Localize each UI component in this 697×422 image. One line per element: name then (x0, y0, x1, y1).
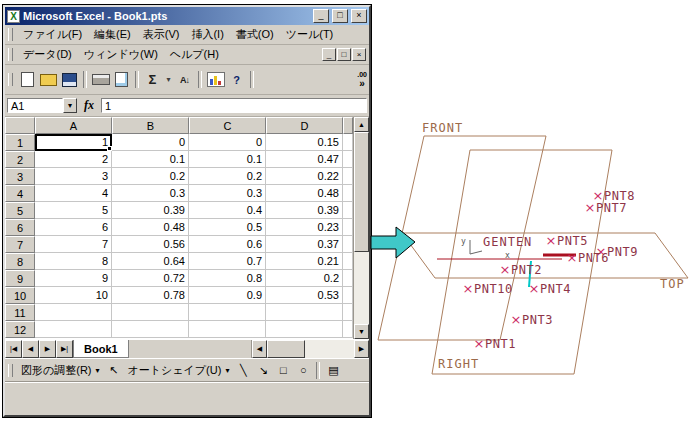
row-header-2[interactable]: 2 (5, 151, 35, 168)
row-header-6[interactable]: 6 (5, 219, 35, 236)
cell-A9[interactable]: 9 (35, 270, 112, 287)
cell-D1[interactable]: 0.15 (266, 134, 343, 151)
open-folder-icon[interactable] (38, 69, 59, 90)
formula-input[interactable]: 1 (101, 98, 367, 113)
horizontal-scroll-track[interactable] (305, 340, 354, 358)
cell-C1[interactable]: 0 (189, 134, 266, 151)
new-document-icon[interactable] (17, 69, 38, 90)
column-header-C[interactable]: C (189, 117, 266, 134)
autosum-icon[interactable]: Σ (142, 69, 163, 90)
workbook-close-button[interactable]: × (352, 48, 366, 61)
toolbar-grip[interactable] (8, 28, 13, 41)
save-icon[interactable] (59, 69, 80, 90)
cell-D10[interactable]: 0.53 (266, 287, 343, 304)
cell-A10[interactable]: 10 (35, 287, 112, 304)
sheet-tab-book1[interactable]: Book1 (73, 340, 129, 358)
row-header-10[interactable]: 10 (5, 287, 35, 304)
minimize-button[interactable]: _ (313, 9, 329, 23)
title-bar[interactable]: X Microsoft Excel - Book1.pts _ □ × (5, 7, 369, 25)
row-header-5[interactable]: 5 (5, 202, 35, 219)
cell-A4[interactable]: 4 (35, 185, 112, 202)
column-header-A[interactable]: A (35, 117, 112, 134)
close-button[interactable]: × (351, 9, 367, 23)
prev-sheet-button[interactable]: ◀ (22, 340, 39, 358)
sort-ascending-icon[interactable]: A↓ (174, 69, 195, 90)
cell-C8[interactable]: 0.7 (189, 253, 266, 270)
cell-A2[interactable]: 2 (35, 151, 112, 168)
toolbar-grip[interactable] (8, 73, 13, 86)
cell-C6[interactable]: 0.5 (189, 219, 266, 236)
menu-item[interactable]: ファイル(F) (17, 25, 88, 44)
vertical-scroll-track[interactable] (354, 252, 369, 324)
menu-item[interactable]: 書式(O) (230, 25, 280, 44)
cell-C3[interactable]: 0.2 (189, 168, 266, 185)
cell-A12[interactable] (35, 321, 112, 338)
print-icon[interactable] (90, 69, 111, 90)
row-header-9[interactable]: 9 (5, 270, 35, 287)
cell-D12[interactable] (266, 321, 343, 338)
vertical-scrollbar[interactable]: ▲ ▼ (353, 117, 369, 339)
select-pointer-icon[interactable]: ↖ (104, 361, 124, 379)
autoshapes-menu[interactable]: オートシェイプ(U) ▾ (124, 362, 234, 379)
menu-item[interactable]: 表示(V) (137, 25, 186, 44)
cell-B4[interactable]: 0.3 (112, 185, 189, 202)
cell-C4[interactable]: 0.3 (189, 185, 266, 202)
horizontal-scroll-thumb[interactable] (267, 340, 305, 358)
cell-B7[interactable]: 0.56 (112, 236, 189, 253)
line-icon[interactable]: ╲ (233, 361, 253, 379)
cell-D7[interactable]: 0.37 (266, 236, 343, 253)
cell-C9[interactable]: 0.8 (189, 270, 266, 287)
name-box[interactable]: A1 (7, 98, 63, 113)
scroll-down-icon[interactable]: ▼ (354, 324, 369, 339)
cell-A11[interactable] (35, 304, 112, 321)
help-icon[interactable]: ? (226, 69, 247, 90)
insert-function-icon[interactable]: fx (77, 98, 101, 113)
menu-item[interactable]: ウィンドウ(W) (78, 45, 164, 64)
workbook-restore-button[interactable]: □ (337, 48, 351, 61)
cell-D3[interactable]: 0.22 (266, 168, 343, 185)
toolbar-overflow[interactable]: .00 » (357, 70, 367, 89)
cell-C12[interactable] (189, 321, 266, 338)
row-header-8[interactable]: 8 (5, 253, 35, 270)
first-sheet-button[interactable]: |◀ (5, 340, 22, 358)
workbook-minimize-button[interactable]: _ (322, 48, 336, 61)
cell-A3[interactable]: 3 (35, 168, 112, 185)
row-header-1[interactable]: 1 (5, 134, 35, 151)
cell-D6[interactable]: 0.23 (266, 219, 343, 236)
cell-A1[interactable]: 1 (35, 134, 112, 151)
maximize-button[interactable]: □ (332, 9, 348, 23)
menu-item[interactable]: データ(D) (17, 45, 78, 64)
cell-C5[interactable]: 0.4 (189, 202, 266, 219)
cell-C7[interactable]: 0.6 (189, 236, 266, 253)
menu-item[interactable]: 編集(E) (88, 25, 137, 44)
cell-B10[interactable]: 0.78 (112, 287, 189, 304)
menu-item[interactable]: ツール(T) (280, 25, 340, 44)
menu-item[interactable]: 挿入(I) (185, 25, 229, 44)
cell-B12[interactable] (112, 321, 189, 338)
menu-item[interactable]: ヘルプ(H) (164, 45, 225, 64)
draw-adjust-menu[interactable]: 図形の調整(R) ▾ (17, 362, 104, 379)
rectangle-icon[interactable]: □ (273, 361, 293, 379)
cell-B1[interactable]: 0 (112, 134, 189, 151)
cell-C11[interactable] (189, 304, 266, 321)
toolbar-grip[interactable] (8, 48, 13, 61)
next-sheet-button[interactable]: ▶ (39, 340, 56, 358)
last-sheet-button[interactable]: ▶| (56, 340, 73, 358)
row-header-11[interactable]: 11 (5, 304, 35, 321)
row-header-3[interactable]: 3 (5, 168, 35, 185)
cell-A8[interactable]: 8 (35, 253, 112, 270)
column-header-B[interactable]: B (112, 117, 189, 134)
scroll-up-icon[interactable]: ▲ (354, 117, 369, 132)
row-header-4[interactable]: 4 (5, 185, 35, 202)
cell-B2[interactable]: 0.1 (112, 151, 189, 168)
cell-D11[interactable] (266, 304, 343, 321)
vertical-scroll-thumb[interactable] (354, 132, 369, 252)
print-preview-icon[interactable] (111, 69, 132, 90)
name-box-dropdown-icon[interactable]: ▾ (63, 98, 77, 113)
cell-C2[interactable]: 0.1 (189, 151, 266, 168)
cell-B11[interactable] (112, 304, 189, 321)
text-box-icon[interactable]: ▤ (323, 361, 343, 379)
cell-D4[interactable]: 0.48 (266, 185, 343, 202)
row-header-7[interactable]: 7 (5, 236, 35, 253)
column-header-D[interactable]: D (266, 117, 343, 134)
